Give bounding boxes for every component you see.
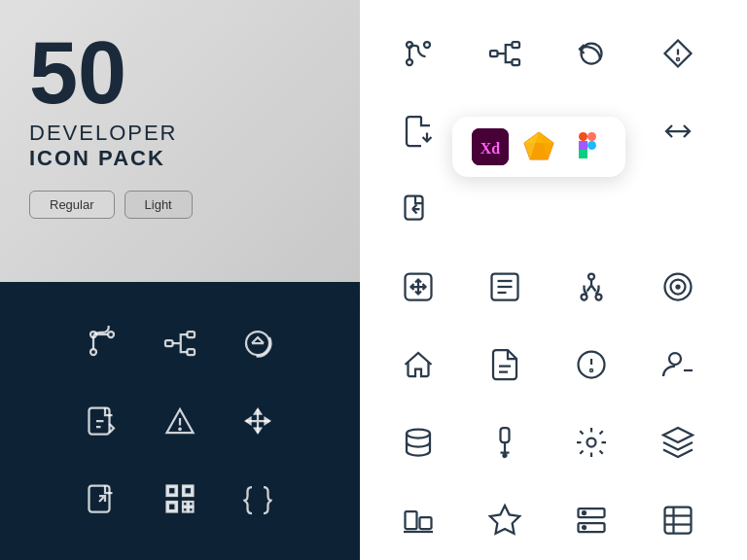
svg-rect-61 (665, 508, 692, 534)
icon-table (644, 486, 712, 554)
svg-rect-76 (579, 150, 587, 158)
svg-rect-74 (579, 141, 587, 150)
svg-point-44 (677, 286, 680, 289)
svg-rect-4 (165, 340, 173, 346)
icon-move-all (384, 253, 452, 321)
developer-label: DEVELOPER (29, 121, 331, 146)
svg-rect-17 (185, 487, 193, 495)
icon-file-export (384, 97, 452, 165)
svg-rect-21 (189, 508, 194, 512)
dark-icon-section (0, 282, 360, 560)
xd-app-icon: Xd (472, 128, 509, 165)
svg-rect-27 (513, 59, 520, 65)
icon-rotate-ccw (557, 19, 625, 88)
icon-arrows-horizontal (644, 97, 712, 165)
regular-button[interactable]: Regular (29, 191, 115, 219)
svg-rect-25 (490, 51, 498, 56)
dark-icon-grid (44, 285, 316, 557)
number-display: 50 (29, 29, 331, 117)
svg-point-39 (588, 274, 594, 280)
dark-icon-qr (151, 470, 209, 528)
app-badge: Xd (452, 117, 625, 177)
svg-rect-18 (183, 502, 188, 507)
svg-rect-72 (579, 132, 587, 141)
icon-star (471, 486, 539, 554)
dark-icon-triangle (151, 392, 209, 450)
svg-point-10 (179, 429, 181, 431)
svg-rect-51 (501, 428, 510, 442)
svg-rect-73 (587, 132, 596, 141)
dark-icon-move (229, 392, 287, 450)
svg-point-2 (108, 332, 114, 337)
svg-text:Xd: Xd (480, 140, 501, 157)
svg-rect-15 (168, 504, 176, 511)
svg-point-30 (677, 58, 679, 60)
icon-home (384, 331, 452, 399)
icon-server (557, 486, 625, 554)
left-panel: 50 DEVELOPER ICON PACK Regular Light (0, 0, 360, 560)
dark-icon-file (73, 392, 131, 450)
light-button[interactable]: Light (124, 191, 193, 219)
dark-icon-flow (151, 314, 209, 372)
icon-alert-circle (557, 331, 625, 399)
svg-point-48 (669, 353, 681, 365)
svg-point-53 (587, 438, 596, 447)
figma-app-icon (569, 128, 606, 165)
svg-rect-5 (188, 332, 196, 337)
svg-rect-19 (189, 502, 194, 507)
svg-rect-55 (420, 517, 432, 529)
icon-flowchart (471, 19, 539, 88)
icon-diamond-alert (644, 19, 712, 88)
icon-pack-label: ICON PACK (29, 146, 331, 171)
toggle-button-group: Regular Light (29, 191, 331, 219)
icon-list-check (471, 253, 539, 321)
right-panel: Xd (360, 0, 747, 560)
svg-rect-11 (89, 486, 110, 512)
icon-align-bottom (384, 486, 452, 554)
icon-settings (557, 408, 625, 476)
svg-point-50 (407, 430, 430, 438)
icon-usb (471, 408, 539, 476)
icon-database (384, 408, 452, 476)
dark-icon-rotate (229, 314, 287, 372)
svg-point-75 (587, 141, 596, 150)
icon-user-minus (644, 331, 712, 399)
svg-point-22 (407, 59, 412, 65)
icon-grid (384, 19, 723, 554)
icon-file-text (471, 331, 539, 399)
svg-point-47 (590, 369, 592, 371)
icon-target (644, 253, 712, 321)
dark-icon-curly (229, 470, 287, 528)
left-top-section: 50 DEVELOPER ICON PACK Regular Light (0, 0, 360, 282)
icon-file-transfer (384, 175, 452, 243)
svg-point-59 (583, 511, 586, 514)
svg-point-24 (424, 42, 430, 48)
icon-layers (644, 408, 712, 476)
svg-rect-20 (183, 508, 188, 512)
icon-git-branch (384, 19, 452, 88)
svg-point-0 (90, 349, 96, 355)
svg-rect-13 (168, 487, 176, 495)
svg-point-40 (582, 295, 587, 300)
svg-point-41 (596, 295, 602, 300)
svg-point-52 (504, 454, 507, 457)
sketch-app-icon (520, 128, 557, 165)
svg-point-60 (583, 526, 586, 529)
svg-rect-6 (188, 349, 196, 355)
svg-rect-26 (513, 42, 520, 48)
icon-git-fork (557, 253, 625, 321)
dark-icon-export (73, 470, 131, 528)
dark-icon-git (73, 314, 131, 372)
svg-rect-54 (406, 511, 417, 529)
